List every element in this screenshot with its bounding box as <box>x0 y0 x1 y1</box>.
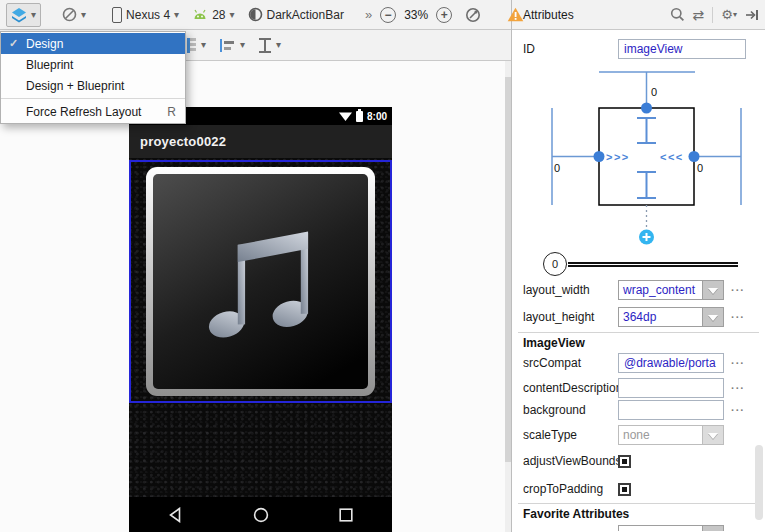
hide-panel-icon[interactable] <box>745 8 759 22</box>
swap-view-icon[interactable]: ⇄ <box>693 7 705 23</box>
guidelines-button[interactable]: ▾ <box>187 38 206 53</box>
favorite-combo[interactable] <box>618 525 724 531</box>
toolbar-overflow-icon[interactable]: » <box>365 7 372 22</box>
menu-separator <box>1 98 185 99</box>
imageview-selected[interactable] <box>129 160 392 403</box>
contentdescription-input[interactable] <box>618 378 724 398</box>
bias-track[interactable] <box>568 262 738 267</box>
attr-label: cropToPadding <box>523 482 618 496</box>
align-left-icon <box>220 39 235 52</box>
zoom-level: 33% <box>404 8 428 22</box>
design-toolbar: ▾ ▾ Nexus 4 ▾ 28 ▾ DarkActionBar <box>0 0 511 30</box>
album-art-frame <box>146 167 375 396</box>
zoom-fit-button[interactable] <box>460 3 486 27</box>
adjustviewbounds-row: adjustViewBounds <box>523 450 765 472</box>
scaletype-row: scaleType none <box>523 424 765 446</box>
margin-left-value[interactable]: 0 <box>554 162 560 174</box>
more-options-button[interactable]: ··· <box>731 357 745 369</box>
view-mode-button[interactable]: ▾ <box>6 3 41 27</box>
nav-back-icon <box>167 507 183 523</box>
combo-value: none <box>618 425 702 445</box>
chevron-down-icon: ▾ <box>229 10 234 20</box>
menu-shortcut: R <box>167 105 176 119</box>
section-divider <box>518 503 759 504</box>
menu-item-design-blueprint[interactable]: Design + Blueprint <box>1 75 185 96</box>
nav-recents-icon <box>338 507 354 523</box>
layout-width-combo[interactable]: wrap_content <box>618 280 724 300</box>
background-input[interactable] <box>618 400 724 420</box>
anchor-right[interactable] <box>689 151 700 162</box>
gear-icon[interactable]: ⚙▾ <box>721 7 737 22</box>
pack-button[interactable]: ▾ <box>259 38 281 53</box>
add-bottom-constraint-button[interactable] <box>639 230 654 245</box>
menu-item-design[interactable]: ✓ Design <box>1 33 185 54</box>
device-selector[interactable]: Nexus 4 ▾ <box>107 3 184 27</box>
panel-scrollbar-thumb[interactable] <box>755 445 763 520</box>
chevron-down-icon: ▾ <box>240 40 245 50</box>
chevron-down-icon: ▾ <box>733 11 737 19</box>
nav-home-icon <box>253 507 269 523</box>
id-input[interactable]: imageView <box>618 39 746 59</box>
api-level: 28 <box>212 8 225 22</box>
android-icon <box>192 9 208 21</box>
zoom-out-button[interactable]: − <box>375 3 401 27</box>
design-surface[interactable]: 8:00 proyecto0022 <box>0 61 505 532</box>
menu-item-label: Design + Blueprint <box>26 79 176 93</box>
chevron-down-icon: ▾ <box>81 10 86 20</box>
orientation-button[interactable]: ▾ <box>57 3 91 26</box>
margin-top-value[interactable]: 0 <box>651 86 657 98</box>
more-options-button[interactable]: ··· <box>731 311 745 323</box>
zoom-in-button[interactable]: + <box>431 3 457 27</box>
constraint-widget: >>> <<< 0 0 0 <box>512 62 765 252</box>
bias-thumb[interactable]: 0 <box>543 252 567 276</box>
attr-label: srcCompat <box>523 356 618 370</box>
search-icon[interactable] <box>670 7 685 22</box>
anchor-left[interactable] <box>594 151 605 162</box>
action-bar: proyecto0022 <box>129 125 392 158</box>
combo-dropdown-button[interactable] <box>702 525 724 531</box>
margin-right-value[interactable]: 0 <box>697 162 703 174</box>
adjustviewbounds-checkbox[interactable] <box>618 455 631 468</box>
srccompat-row: srcCompat @drawable/porta ··· <box>523 352 765 374</box>
attr-label: adjustViewBounds <box>523 454 618 468</box>
wifi-icon <box>339 111 352 121</box>
warning-icon <box>507 7 524 22</box>
croptopadding-checkbox[interactable] <box>618 483 631 496</box>
combo-dropdown-button[interactable] <box>702 280 724 300</box>
layers-icon <box>11 7 27 23</box>
api-level-selector[interactable]: 28 ▾ <box>187 4 239 26</box>
menu-item-label: Force Refresh Layout <box>26 105 162 119</box>
panel-title: Attributes <box>523 8 662 22</box>
contentdescription-row: contentDescription ··· <box>523 377 765 399</box>
navigation-bar <box>129 497 392 532</box>
theme-name: DarkActionBar <box>267 8 344 22</box>
more-options-button[interactable]: ··· <box>731 404 745 416</box>
combo-dropdown-button[interactable] <box>702 307 724 327</box>
srccompat-input[interactable]: @drawable/porta <box>618 353 724 373</box>
theme-selector[interactable]: DarkActionBar <box>243 3 349 26</box>
zoom-in-icon: + <box>436 7 452 23</box>
gear-glyph: ⚙ <box>721 7 733 22</box>
device-name: Nexus 4 <box>126 8 170 22</box>
attr-label: scaleType <box>523 428 618 442</box>
scaletype-combo[interactable]: none <box>618 425 724 445</box>
more-options-button[interactable]: ··· <box>731 382 745 394</box>
orientation-icon <box>62 7 77 22</box>
anchor-top[interactable] <box>641 103 652 114</box>
combo-dropdown-button[interactable] <box>702 425 724 445</box>
favorite-attribute-partial-row <box>618 525 724 531</box>
croptopadding-row: cropToPadding <box>523 478 765 500</box>
chevron-down-icon: ▾ <box>276 40 281 50</box>
zoom-fit-icon <box>465 7 481 23</box>
align-button[interactable]: ▾ <box>220 39 245 52</box>
guidelines-icon <box>187 38 196 53</box>
music-note-icon <box>194 221 328 343</box>
warnings-button[interactable] <box>502 3 529 26</box>
distribute-vertical-icon <box>259 38 271 53</box>
combo-value: wrap_content <box>618 280 702 300</box>
menu-item-force-refresh[interactable]: Force Refresh Layout R <box>1 101 185 122</box>
layout-height-combo[interactable]: 364dp <box>618 307 724 327</box>
menu-item-blueprint[interactable]: Blueprint <box>1 54 185 75</box>
more-options-button[interactable]: ··· <box>731 284 745 296</box>
activity-content <box>129 158 392 497</box>
